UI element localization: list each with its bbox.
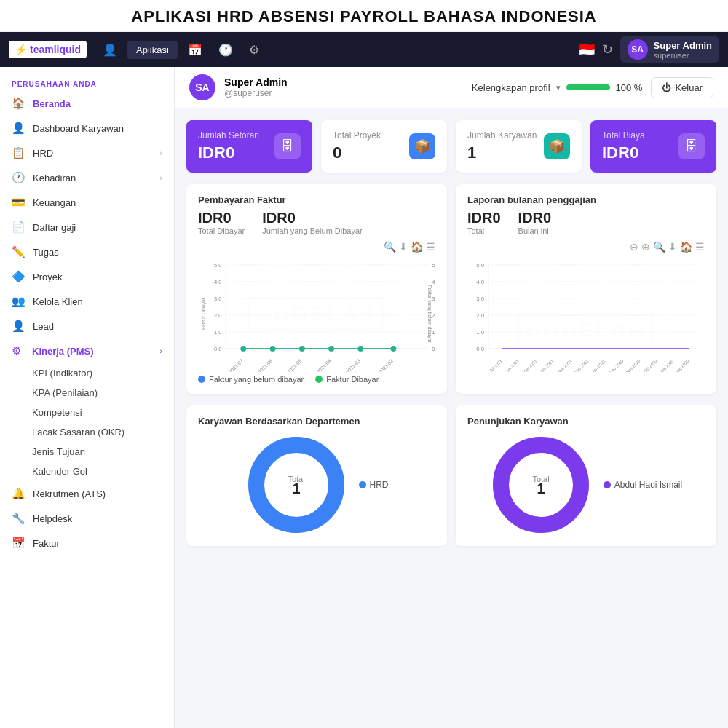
- profile-bar: SA Super Admin @superuser Kelengkapan pr…: [175, 67, 728, 108]
- home-chart-icon[interactable]: 🏠: [411, 241, 423, 253]
- assign-donut-card: Penunjukan Karyawan Total 1 Abdul Hadi I…: [456, 405, 716, 546]
- stat-biaya-value: IDR0: [602, 143, 645, 162]
- invoice-belum-label: Jumlah yang Belum Dibayar: [262, 226, 363, 235]
- svg-text:2021-02: 2021-02: [378, 358, 395, 372]
- dashboard-body: Jumlah Setoran IDR0 🗄 Total Proyek 0 📦 J…: [175, 108, 728, 569]
- gear-icon: ⚙: [12, 344, 25, 357]
- svg-text:1: 1: [537, 480, 545, 496]
- sidebar-item-kelola-klien[interactable]: 👥 Kelola Klien: [0, 289, 174, 314]
- sidebar-item-kinerja[interactable]: ⚙ Kinerja (PMS) ›: [0, 339, 174, 363]
- power-icon: ⏻: [662, 82, 671, 93]
- sidebar-item-kehadiran[interactable]: 🕐 Kehadiran ›: [0, 165, 174, 190]
- wrench-icon: 🔧: [12, 512, 25, 525]
- menu-icon[interactable]: ☰: [426, 241, 435, 253]
- sidebar-kompetensi-label: Kompetensi: [32, 407, 82, 418]
- nav-aplikasi-button[interactable]: Aplikasi: [127, 41, 178, 59]
- nav-settings-button[interactable]: ⚙: [243, 39, 265, 60]
- svg-text:Jan 2021: Jan 2021: [591, 359, 606, 372]
- refresh-icon[interactable]: ↻: [602, 41, 613, 58]
- stat-biaya-label: Total Biaya: [602, 130, 645, 141]
- stat-setoran-label: Jumlah Setoran: [198, 130, 259, 141]
- navbar-user-text: Super Admin superuser: [654, 40, 712, 60]
- sidebar-tugas-label: Tugas: [33, 247, 59, 258]
- nav-clock-button[interactable]: 🕐: [213, 39, 239, 60]
- svg-point-25: [240, 346, 246, 352]
- zoom-icon[interactable]: 🔍: [384, 241, 396, 253]
- logout-label: Keluar: [675, 82, 703, 93]
- dept-legend-hrd: HRD: [359, 480, 389, 490]
- svg-text:2.0: 2.0: [476, 312, 484, 319]
- sidebar-item-hrd[interactable]: 📋 HRD ›: [0, 141, 174, 165]
- sidebar-sub-kpa[interactable]: KPA (Penilaian): [0, 383, 174, 403]
- sidebar-kinerja-label: Kinerja (PMS): [32, 346, 94, 357]
- sidebar-item-rekrutmen[interactable]: 🔔 Rekrutmen (ATS): [0, 481, 174, 506]
- sidebar-proyek-label: Proyek: [33, 272, 62, 282]
- sidebar-section-title: PERUSAHAAN ANDA: [0, 76, 174, 91]
- sidebar-item-dashboard-karyawan[interactable]: 👤 Dashboard Karyawan: [0, 116, 174, 141]
- home-chart-icon-2[interactable]: 🏠: [680, 241, 692, 253]
- sidebar-item-tugas[interactable]: ✏️ Tugas: [0, 240, 174, 264]
- calendar-icon: 📅: [12, 537, 25, 550]
- invoice-chart-stats: IDR0 Total Dibayar IDR0 Jumlah yang Belu…: [198, 210, 435, 235]
- bell-icon: 🔔: [12, 487, 25, 500]
- sidebar-item-helpdesk[interactable]: 🔧 Helpdesk: [0, 506, 174, 531]
- profile-name: Super Admin: [224, 76, 288, 88]
- legend-belum-label: Faktur yang belum dibayar: [209, 375, 304, 384]
- nav-calendar-button[interactable]: 📅: [182, 39, 208, 60]
- sidebar-sub-kompetensi[interactable]: Kompetensi: [0, 403, 174, 422]
- svg-text:Aug 2020: Aug 2020: [674, 359, 690, 372]
- dept-chart-title: Karyawan Berdasarkan Departemen: [198, 416, 435, 427]
- sidebar-item-keuangan[interactable]: 💳 Keuangan: [0, 190, 174, 215]
- salary-chart: 0.0 1.0 2.0 3.0 4.0 5.0 Jul 2021 Jun 202…: [467, 256, 705, 372]
- menu-icon-2[interactable]: ☰: [695, 241, 705, 253]
- sidebar-item-proyek[interactable]: 🔷 Proyek: [0, 264, 174, 289]
- salary-bulan-value: IDR0: [518, 210, 552, 226]
- zoom-icon-2[interactable]: 🔍: [653, 241, 665, 253]
- svg-text:0.0: 0.0: [214, 346, 222, 352]
- zoom-out-icon[interactable]: ⊖: [630, 241, 638, 253]
- sidebar-sub-jenis-tujuan[interactable]: Jenis Tujuan: [0, 442, 174, 462]
- svg-text:1: 1: [292, 480, 300, 496]
- bottom-row: Karyawan Berdasarkan Departemen Total 1 …: [186, 405, 716, 558]
- svg-point-27: [299, 346, 305, 352]
- salary-chart-icons: ⊖ ⊕ 🔍 ⬇ 🏠 ☰: [467, 241, 705, 253]
- svg-point-30: [391, 346, 397, 352]
- sidebar-hrd-label: HRD: [33, 148, 53, 159]
- invoice-chart-card: Pembayaran Faktur IDR0 Total Dibayar IDR…: [186, 184, 447, 394]
- download-icon[interactable]: ⬇: [399, 241, 408, 253]
- dropdown-arrow-icon[interactable]: ▾: [556, 83, 561, 92]
- sidebar-kpa-label: KPA (Penilaian): [32, 387, 98, 398]
- svg-text:5.0: 5.0: [214, 262, 222, 269]
- invoice-total-value: IDR0: [198, 210, 245, 226]
- sidebar-sub-lacak[interactable]: Lacak Sasaran (OKR): [0, 422, 174, 442]
- stat-card-karyawan: Jumlah Karyawan 1 📦: [456, 120, 582, 173]
- stat-karyawan-icon: 📦: [544, 133, 570, 159]
- stat-proyek-value: 0: [333, 143, 381, 162]
- invoice-belum-value: IDR0: [262, 210, 363, 226]
- svg-text:2.0: 2.0: [214, 312, 222, 319]
- profile-info: Super Admin @superuser: [224, 76, 288, 98]
- salary-total-label: Total: [467, 226, 501, 235]
- progress-fill: [566, 84, 610, 90]
- download-icon-2[interactable]: ⬇: [668, 241, 677, 253]
- nav-user-icon[interactable]: 👤: [97, 39, 123, 60]
- assign-employee-label: Abdul Hadi Ismail: [614, 480, 682, 490]
- svg-text:Feb 2021: Feb 2021: [574, 359, 589, 372]
- sidebar-sub-kpi[interactable]: KPI (Indikator): [0, 363, 174, 383]
- sidebar: PERUSAHAAN ANDA 🏠 Beranda 👤 Dashboard Ka…: [0, 67, 175, 728]
- svg-text:4.0: 4.0: [476, 279, 484, 285]
- svg-text:0.0: 0.0: [432, 346, 435, 352]
- sidebar-item-daftar-gaji[interactable]: 📄 Daftar gaji: [0, 215, 174, 240]
- logout-button[interactable]: ⏻ Keluar: [651, 77, 713, 98]
- sidebar-item-faktur[interactable]: 📅 Faktur: [0, 531, 174, 555]
- invoice-chart-svg-container: CODELAB 0.0 1.0: [198, 256, 435, 372]
- invoice-chart-title: Pembayaran Faktur: [198, 194, 435, 205]
- sidebar-item-beranda[interactable]: 🏠 Beranda: [0, 91, 174, 116]
- salary-total-value: IDR0: [467, 210, 501, 226]
- navbar-avatar: SA: [628, 39, 648, 60]
- svg-text:3.0: 3.0: [476, 296, 484, 302]
- svg-text:5.0: 5.0: [432, 262, 435, 269]
- sidebar-sub-kalender-gol[interactable]: Kalender Gol: [0, 462, 174, 481]
- zoom-in-icon[interactable]: ⊕: [641, 241, 650, 253]
- sidebar-item-lead[interactable]: 👤 Lead: [0, 314, 174, 339]
